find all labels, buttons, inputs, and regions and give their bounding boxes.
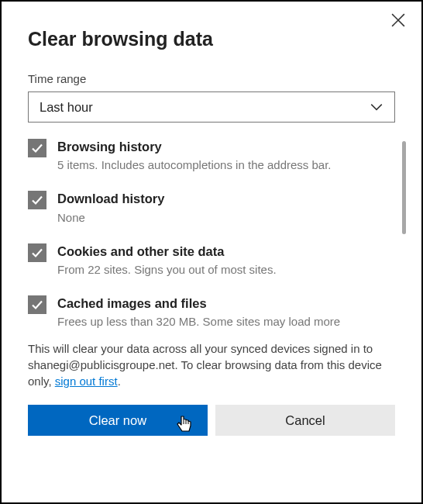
checkmark-icon — [31, 247, 43, 259]
scrollbar[interactable] — [402, 141, 406, 234]
checkmark-icon — [31, 299, 43, 311]
option-cached: Cached images and files Frees up less th… — [28, 295, 395, 330]
dialog-title: Clear browsing data — [28, 28, 421, 50]
time-range-label: Time range — [28, 72, 421, 85]
option-browsing-history: Browsing history 5 items. Includes autoc… — [28, 138, 395, 173]
cancel-button[interactable]: Cancel — [215, 405, 395, 436]
option-title: Browsing history — [57, 138, 332, 155]
cursor-hand-icon — [175, 414, 194, 434]
notice-post: . — [118, 375, 121, 388]
chevron-down-icon — [370, 100, 383, 114]
sync-notice: This will clear your data across all you… — [28, 340, 395, 389]
checkbox-cached[interactable] — [28, 295, 46, 314]
sign-out-link[interactable]: sign out first — [55, 375, 118, 388]
button-row: Clear now Cancel — [28, 405, 395, 436]
option-download-history: Download history None — [28, 190, 395, 225]
close-icon — [391, 13, 405, 27]
checkbox-cookies[interactable] — [28, 243, 46, 262]
clear-now-button[interactable]: Clear now — [28, 405, 208, 436]
time-range-value: Last hour — [40, 100, 93, 115]
checkbox-browsing-history[interactable] — [28, 139, 46, 157]
option-desc: None — [57, 209, 164, 226]
close-button[interactable] — [387, 9, 409, 31]
options-list: Browsing history 5 items. Includes autoc… — [2, 138, 421, 330]
option-cookies: Cookies and other site data From 22 site… — [28, 243, 395, 278]
checkbox-download-history[interactable] — [28, 191, 46, 209]
clear-now-label: Clear now — [89, 413, 146, 428]
cancel-label: Cancel — [285, 413, 325, 428]
option-title: Download history — [57, 190, 164, 207]
time-range-select[interactable]: Last hour — [28, 91, 395, 123]
option-title: Cached images and files — [57, 295, 340, 312]
option-title: Cookies and other site data — [57, 243, 277, 260]
checkmark-icon — [31, 142, 43, 154]
checkmark-icon — [31, 194, 43, 206]
option-desc: From 22 sites. Signs you out of most sit… — [57, 261, 277, 278]
option-desc: 5 items. Includes autocompletions in the… — [57, 157, 332, 173]
option-desc: Frees up less than 320 MB. Some sites ma… — [57, 313, 340, 330]
